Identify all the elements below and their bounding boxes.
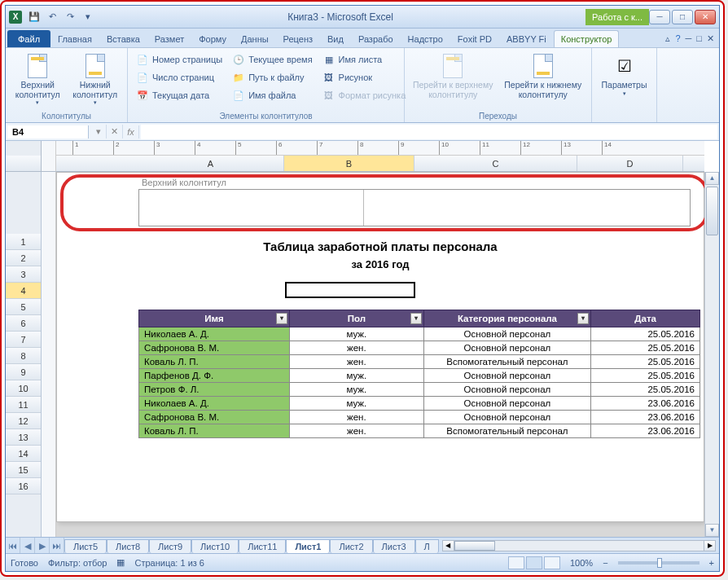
row-header[interactable]: 12 [6, 413, 41, 429]
cell-cat[interactable]: Основной персонал [423, 369, 591, 383]
cell-date[interactable]: 25.05.2016 [591, 369, 700, 383]
view-normal[interactable] [508, 556, 524, 569]
cell-cat[interactable]: Вспомогательный персонал [423, 424, 591, 438]
cell-date[interactable]: 25.05.2016 [591, 341, 700, 355]
tab-insert[interactable]: Вставка [99, 30, 147, 47]
col-header-A[interactable]: A [138, 156, 284, 171]
row-header[interactable]: 1 [6, 234, 41, 250]
footer-button[interactable]: Нижний колонтитул▾ [68, 51, 123, 108]
row-header[interactable]: 10 [6, 380, 41, 397]
row-header[interactable]: 13 [6, 429, 41, 446]
tab-nav-next[interactable]: ▶ [35, 538, 50, 553]
th-date[interactable]: Дата [591, 310, 700, 327]
header-center[interactable] [364, 190, 690, 226]
close-button[interactable]: ✕ [695, 10, 716, 24]
cell-name[interactable]: Коваль Л. П. [139, 355, 290, 369]
sheet-tab[interactable]: Лист9 [149, 539, 191, 553]
col-header-C[interactable]: C [414, 156, 577, 171]
row-header[interactable]: 9 [6, 364, 41, 380]
tab-nav-prev[interactable]: ◀ [20, 538, 35, 553]
doc-min-button[interactable]: ─ [686, 33, 692, 44]
cancel-formula[interactable]: ✕ [107, 125, 123, 138]
tab-home[interactable]: Главная [50, 30, 99, 47]
tab-developer[interactable]: Разрабо [351, 30, 401, 47]
sheet-tab[interactable]: Лист11 [239, 539, 286, 553]
row-header[interactable]: 15 [6, 462, 41, 478]
parameters-button[interactable]: ☑ Параметры▾ [597, 51, 651, 99]
cell-name[interactable]: Николаев А. Д. [139, 327, 290, 341]
row-header[interactable]: 16 [6, 478, 41, 494]
cell-cat[interactable]: Основной персонал [423, 341, 591, 355]
fx-button[interactable]: fx [123, 125, 139, 138]
cell-cat[interactable]: Основной персонал [423, 327, 591, 341]
sheet-tab[interactable]: Лист10 [191, 539, 239, 553]
cell-sex[interactable]: жен. [290, 355, 424, 369]
picture-button[interactable]: 🖼Рисунок [319, 69, 410, 86]
zoom-out[interactable]: − [603, 558, 607, 568]
row-header[interactable]: 4 [6, 283, 41, 299]
cell-date[interactable]: 25.05.2016 [591, 327, 700, 341]
cell-sex[interactable]: жен. [290, 411, 424, 424]
table-row[interactable]: Парфенов Д. Ф. муж. Основной персонал 25… [139, 369, 700, 383]
filter-icon[interactable]: ▾ [276, 313, 287, 324]
cell-cat[interactable]: Основной персонал [423, 397, 591, 411]
cell-date[interactable]: 25.05.2016 [591, 355, 700, 369]
redo-button[interactable]: ↷ [63, 10, 77, 24]
page-number-button[interactable]: 📄Номер страницы [133, 51, 226, 68]
scroll-down[interactable]: ▼ [705, 524, 719, 537]
row-headers[interactable]: 1 2 3 4 5 6 7 8 9 10 11 12 13 14 15 16 [6, 172, 42, 537]
save-button[interactable]: 💾 [27, 10, 42, 24]
macro-record-icon[interactable]: ▦ [116, 557, 125, 568]
th-name[interactable]: Имя▾ [139, 310, 290, 327]
cell-name[interactable]: Сафронова В. М. [139, 411, 290, 424]
table-row[interactable]: Коваль Л. П. жен. Вспомогательный персон… [139, 355, 700, 369]
row-header[interactable]: 2 [6, 250, 41, 266]
cell-date[interactable]: 23.06.2016 [591, 424, 700, 438]
cell-date[interactable]: 25.05.2016 [591, 383, 700, 397]
sheet-tab[interactable]: Лист5 [64, 539, 107, 553]
cell-name[interactable]: Парфенов Д. Ф. [139, 369, 290, 383]
formula-input[interactable] [141, 125, 717, 139]
tab-data[interactable]: Данны [234, 30, 276, 47]
filter-icon[interactable]: ▾ [577, 313, 589, 324]
page-count-button[interactable]: 📄Число страниц [133, 69, 226, 86]
header-zone[interactable]: Верхний колонтитул [70, 173, 691, 226]
tab-foxit[interactable]: Foxit PD [450, 30, 499, 47]
cell-cat[interactable]: Основной персонал [423, 411, 591, 424]
cell-sex[interactable]: муж. [290, 327, 424, 341]
minimize-button[interactable]: ─ [649, 10, 670, 24]
help-button[interactable]: ? [675, 33, 680, 44]
tab-designer[interactable]: Конструктор [554, 30, 620, 47]
tab-file[interactable]: Файл [7, 30, 50, 47]
sheet-tab[interactable]: Лист2 [330, 539, 372, 553]
tab-formulas[interactable]: Форму [191, 30, 234, 47]
tab-view[interactable]: Вид [320, 30, 351, 47]
zoom-slider[interactable] [618, 561, 699, 565]
th-cat[interactable]: Категория персонала▾ [423, 310, 591, 327]
scroll-thumb-h[interactable] [454, 541, 495, 551]
table-row[interactable]: Сафронова В. М. жен. Основной персонал 2… [139, 341, 700, 355]
col-header-B[interactable]: B [284, 156, 414, 171]
header-button[interactable]: Верхний колонтитул▾ [11, 51, 65, 108]
header-left[interactable] [139, 190, 364, 226]
scroll-up[interactable]: ▲ [705, 172, 719, 185]
tab-addins[interactable]: Надстро [401, 30, 450, 47]
sheet-tab[interactable]: Л [415, 539, 439, 553]
row-header[interactable]: 11 [6, 397, 41, 413]
filter-icon[interactable]: ▾ [410, 313, 422, 324]
file-name-button[interactable]: 📄Имя файла [229, 87, 315, 103]
table-row[interactable]: Коваль Л. П. жен. Вспомогательный персон… [139, 424, 700, 438]
current-time-button[interactable]: 🕒Текущее время [229, 51, 315, 68]
sheet-tab[interactable]: Лист8 [107, 539, 149, 553]
name-box-dropdown[interactable]: ▾ [90, 125, 107, 138]
sheet-tab[interactable]: Лист3 [373, 539, 415, 553]
selected-cell[interactable] [285, 282, 415, 298]
row-header[interactable]: 8 [6, 348, 41, 364]
current-date-button[interactable]: 📅Текущая дата [133, 87, 226, 103]
minimize-ribbon-button[interactable]: ▵ [665, 33, 670, 44]
row-header[interactable]: 3 [6, 266, 41, 283]
undo-button[interactable]: ↶ [45, 10, 59, 24]
cell-name[interactable]: Николаев А. Д. [139, 397, 290, 411]
vertical-scrollbar[interactable]: ▲ ▼ [704, 172, 719, 537]
view-page-break[interactable] [544, 556, 560, 569]
